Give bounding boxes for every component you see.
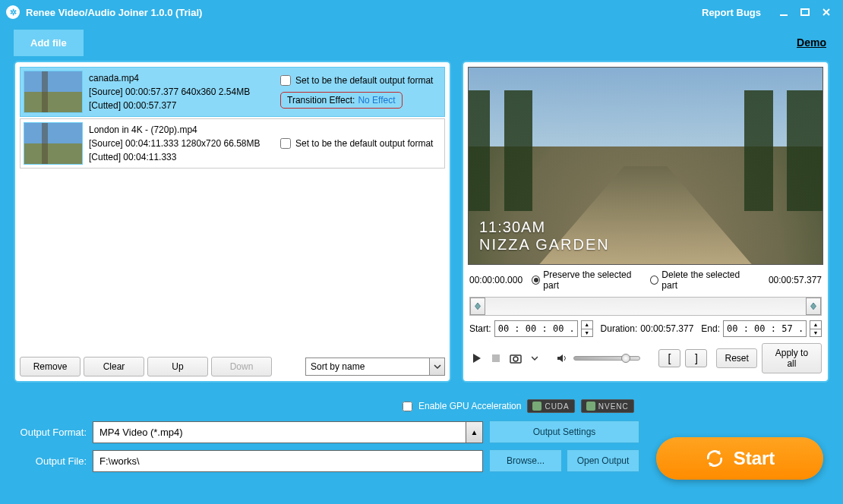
preview-overlay-time: 11:30AM — [479, 219, 812, 236]
main-area: canada.mp4 [Source] 00:00:57.377 640x360… — [0, 61, 843, 383]
file-item[interactable]: London in 4K - (720p).mp4 [Source] 00:04… — [20, 118, 445, 169]
clear-button[interactable]: Clear — [84, 357, 144, 376]
range-handle-right[interactable] — [806, 298, 821, 315]
preview-panel: 11:30AM NIZZA GARDEN 00:00:00.000 Preser… — [462, 61, 829, 383]
file-cutted: [Cutted] 00:00:57.377 — [89, 99, 274, 112]
volume-knob[interactable] — [621, 354, 630, 363]
output-format-label: Output Format: — [14, 427, 87, 438]
start-stepper[interactable]: ▲▼ — [581, 320, 593, 337]
file-list: canada.mp4 [Source] 00:00:57.377 640x360… — [20, 67, 445, 352]
end-label: End: — [701, 323, 720, 334]
close-button[interactable] — [816, 5, 837, 20]
default-format-label: Set to be the default output format — [295, 138, 433, 149]
delete-label: Delete the selected part — [661, 269, 750, 291]
up-button[interactable]: Up — [147, 357, 208, 376]
default-format-checkbox[interactable]: Set to be the default output format — [280, 138, 433, 149]
duration-label: Duration: — [601, 323, 638, 334]
start-time-input[interactable] — [494, 320, 578, 337]
volume-slider[interactable] — [573, 356, 640, 361]
file-thumbnail — [24, 122, 83, 165]
file-list-controls: Remove Clear Up Down — [20, 357, 445, 376]
file-source: [Source] 00:04:11.333 1280x720 66.58MB — [89, 137, 274, 150]
start-label: Start — [734, 448, 775, 469]
transition-label: Transition Effect: — [287, 95, 355, 106]
open-output-button[interactable]: Open Output — [567, 449, 639, 472]
start-wrap: Start — [656, 437, 823, 480]
file-name: London in 4K - (720p).mp4 — [89, 123, 274, 137]
down-button[interactable]: Down — [211, 357, 272, 376]
maximize-button[interactable] — [794, 5, 816, 20]
file-cutted: [Cutted] 00:04:11.333 — [89, 150, 274, 164]
gpu-checkbox[interactable] — [403, 402, 412, 411]
output-file-input[interactable] — [93, 450, 483, 472]
preserve-label: Preserve the selected part — [543, 269, 641, 291]
file-name: canada.mp4 — [89, 71, 274, 85]
video-preview[interactable]: 11:30AM NIZZA GARDEN — [468, 67, 823, 265]
output-file-field[interactable] — [93, 450, 483, 472]
output-file-label: Output File: — [14, 455, 87, 467]
cuda-badge: CUDA — [527, 399, 574, 413]
browse-button[interactable]: Browse... — [489, 449, 562, 472]
playback-controls: [ ] Reset Apply to all — [468, 340, 823, 376]
nvidia-icon — [532, 402, 541, 411]
gpu-row: Enable GPU Acceleration CUDA NVENC — [403, 399, 829, 413]
snapshot-icon[interactable] — [508, 351, 523, 366]
output-format-combobox[interactable]: ▲ — [93, 421, 483, 443]
app-logo-icon: ✲ — [6, 5, 20, 19]
start-button[interactable]: Start — [656, 437, 823, 480]
default-format-input[interactable] — [280, 75, 291, 86]
output-settings-button[interactable]: Output Settings — [489, 421, 639, 443]
svg-rect-1 — [801, 9, 809, 15]
apply-to-all-button[interactable]: Apply to all — [762, 343, 822, 373]
file-options: Set to be the default output format Tran… — [280, 71, 433, 113]
sort-input[interactable] — [305, 358, 430, 376]
delete-radio[interactable]: Delete the selected part — [650, 269, 750, 291]
selection-mode-row: 00:00:00.000 Preserve the selected part … — [468, 265, 823, 295]
file-list-panel: canada.mp4 [Source] 00:00:57.377 640x360… — [14, 61, 451, 383]
mark-out-button[interactable]: ] — [685, 349, 707, 367]
file-info: canada.mp4 [Source] 00:00:57.377 640x360… — [89, 71, 274, 113]
end-time-input[interactable] — [723, 320, 807, 337]
add-file-button[interactable]: Add file — [14, 30, 84, 56]
range-slider[interactable] — [469, 297, 822, 316]
volume-icon[interactable] — [554, 351, 570, 366]
sort-combobox[interactable] — [305, 358, 445, 376]
preview-overlay-place: NIZZA GARDEN — [479, 236, 812, 254]
play-icon[interactable] — [469, 351, 485, 366]
transition-effect-box[interactable]: Transition Effect: No Effect — [280, 92, 403, 109]
nvenc-badge: NVENC — [581, 399, 634, 413]
remove-button[interactable]: Remove — [20, 357, 81, 376]
top-row: Add file Demo — [0, 24, 843, 61]
duration-value: 00:00:57.377 — [640, 323, 693, 334]
stop-icon[interactable] — [489, 351, 504, 366]
default-format-label: Set to be the default output format — [295, 75, 433, 86]
output-format-input[interactable] — [93, 421, 466, 443]
nvidia-icon — [586, 402, 595, 411]
svg-rect-4 — [492, 354, 500, 362]
file-item[interactable]: canada.mp4 [Source] 00:00:57.377 640x360… — [20, 67, 445, 117]
chevron-down-icon[interactable] — [528, 351, 543, 366]
time-fields-row: Start: ▲▼ Duration: 00:00:57.377 End: ▲▼ — [468, 317, 823, 340]
chevron-down-icon[interactable] — [430, 358, 445, 376]
refresh-icon — [705, 449, 725, 468]
preserve-radio[interactable]: Preserve the selected part — [532, 269, 641, 291]
file-thumbnail — [24, 71, 83, 113]
file-source: [Source] 00:00:57.377 640x360 2.54MB — [89, 85, 274, 99]
demo-link[interactable]: Demo — [797, 36, 826, 49]
transition-value-link[interactable]: No Effect — [358, 95, 395, 106]
chevron-up-icon[interactable]: ▲ — [466, 421, 483, 443]
reset-button[interactable]: Reset — [716, 348, 756, 368]
file-info: London in 4K - (720p).mp4 [Source] 00:04… — [89, 122, 274, 165]
minimize-button[interactable] — [773, 5, 794, 20]
default-format-checkbox[interactable]: Set to be the default output format — [280, 75, 433, 86]
file-options: Set to be the default output format — [280, 122, 433, 165]
app-title: Renee Video/Audio Joiner 1.0.0 (Trial) — [26, 7, 202, 18]
default-format-input[interactable] — [280, 138, 291, 149]
report-bugs-link[interactable]: Report Bugs — [702, 7, 761, 18]
mark-in-button[interactable]: [ — [658, 349, 680, 367]
range-handle-left[interactable] — [470, 298, 485, 315]
time-position-end: 00:00:57.377 — [769, 275, 822, 285]
start-label: Start: — [469, 323, 491, 334]
svg-point-6 — [513, 357, 518, 361]
end-stepper[interactable]: ▲▼ — [810, 320, 822, 337]
